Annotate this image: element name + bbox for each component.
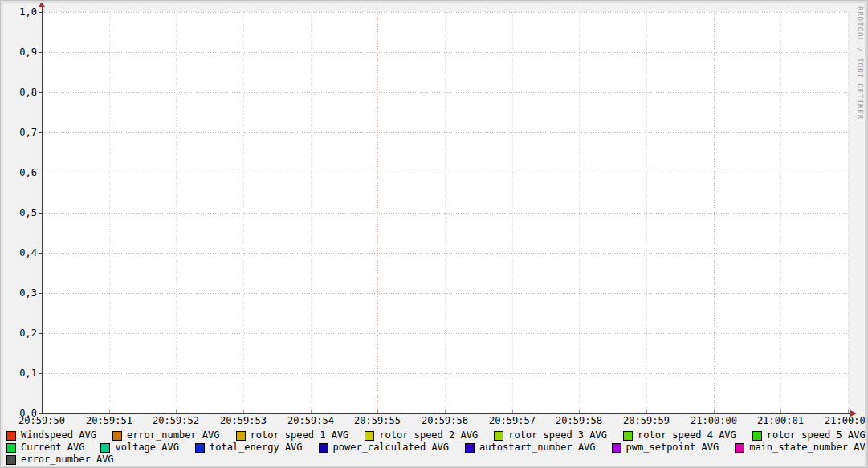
- x-tick-label: 20:59:52: [142, 416, 210, 425]
- y-tick: [39, 333, 42, 334]
- legend-item: rotor speed 4 AVG: [623, 430, 736, 441]
- legend-item: main_state_number AVG: [735, 442, 868, 453]
- legend-label: rotor speed 3 AVG: [508, 430, 607, 441]
- x-gridline: [579, 12, 580, 413]
- legend-label: rotor speed 4 AVG: [638, 430, 736, 441]
- legend-swatch: [6, 431, 16, 441]
- y-tick: [39, 213, 42, 214]
- x-tick-label: 21:00:01: [747, 416, 814, 425]
- x-gridline: [445, 12, 446, 413]
- legend-row: Windspeed AVGerror_number AVGrotor speed…: [6, 430, 868, 441]
- legend-item: rotor speed 3 AVG: [494, 430, 607, 441]
- y-tick-label: 0,4: [5, 248, 37, 258]
- legend-label: error_number AVG: [21, 454, 114, 465]
- legend-item: pwm_setpoint AVG: [612, 442, 719, 453]
- x-tick-label: 20:59:54: [277, 416, 344, 425]
- legend-label: voltage AVG: [115, 442, 178, 453]
- legend-label: error_number AVG: [127, 430, 220, 441]
- x-tick-label: 20:59:53: [210, 416, 277, 425]
- y-tick: [39, 173, 42, 173]
- legend-label: main_state_number AVG: [749, 442, 868, 453]
- legend-label: rotor speed 1 AVG: [251, 430, 349, 441]
- y-tick: [39, 373, 42, 374]
- legend-swatch: [319, 443, 328, 453]
- legend-row: error_number AVG: [6, 454, 130, 465]
- x-axis-line: [42, 413, 851, 414]
- y-tick: [39, 253, 42, 254]
- legend-label: Windspeed AVG: [21, 430, 96, 441]
- x-gridline: [311, 12, 312, 413]
- legend-label: total_energy AVG: [210, 442, 303, 453]
- legend-swatch: [6, 443, 16, 453]
- y-tick: [39, 132, 42, 133]
- legend-item: total_energy AVG: [195, 442, 303, 453]
- x-tick-label: 20:59:51: [75, 416, 143, 425]
- legend-swatch: [365, 431, 374, 441]
- x-gridline: [848, 12, 849, 413]
- legend-item: Current AVG: [6, 442, 84, 453]
- legend-swatch: [752, 431, 762, 441]
- y-tick: [39, 413, 42, 414]
- legend-item: error_number AVG: [6, 454, 114, 465]
- x-gridline: [109, 12, 110, 413]
- legend-swatch: [465, 443, 475, 453]
- x-tick-label: 20:59:56: [411, 416, 479, 425]
- x-tick-label: 20:59:57: [479, 416, 546, 425]
- legend-label: power_calculated AVG: [333, 442, 450, 453]
- y-tick: [39, 12, 42, 13]
- x-gridline: [646, 12, 647, 413]
- y-tick-label: 0,6: [5, 168, 37, 177]
- legend-item: rotor speed 1 AVG: [236, 430, 349, 441]
- y-tick-label: 0,5: [5, 208, 37, 218]
- legend-item: error_number AVG: [112, 430, 220, 441]
- y-tick-label: 0,3: [5, 288, 37, 298]
- legend-swatch: [623, 431, 633, 441]
- x-gridline: [377, 12, 378, 413]
- legend-label: rotor speed 2 AVG: [379, 430, 478, 441]
- y-tick-label: 0,9: [5, 47, 37, 57]
- legend-swatch: [494, 431, 503, 441]
- legend-item: voltage AVG: [100, 442, 178, 453]
- y-tick-label: 0,8: [5, 87, 37, 97]
- legend-swatch: [195, 443, 205, 453]
- x-gridline: [243, 12, 244, 413]
- legend-swatch: [735, 443, 744, 453]
- legend-item: rotor speed 2 AVG: [365, 430, 478, 441]
- watermark: RRDTOOL / TOBI OETIKER: [856, 6, 864, 120]
- legend-swatch: [112, 431, 122, 441]
- y-tick-label: 1,0: [5, 7, 37, 17]
- x-tick-label: 20:59:55: [344, 416, 411, 425]
- legend-swatch: [612, 443, 621, 453]
- x-gridline: [714, 12, 715, 413]
- legend-item: power_calculated AVG: [319, 442, 450, 453]
- y-axis-arrow-icon: [39, 1, 45, 7]
- legend-label: pwm_setpoint AVG: [626, 442, 719, 453]
- y-axis-line: [42, 6, 43, 414]
- y-tick-label: 0,1: [5, 368, 37, 378]
- y-tick: [39, 52, 42, 53]
- x-tick-label: 21:00:02: [814, 416, 868, 425]
- legend-swatch: [236, 431, 246, 441]
- x-gridline: [176, 12, 177, 413]
- x-gridline: [780, 12, 781, 413]
- legend-label: rotor speed 5 AVG: [767, 430, 866, 441]
- rrdtool-graph: 1,00,90,80,70,60,50,40,30,20,10,0 20:59:…: [0, 0, 868, 468]
- y-tick: [39, 293, 42, 294]
- x-tick-label: 21:00:00: [680, 416, 748, 425]
- y-tick-label: 0,2: [5, 328, 37, 338]
- x-tick-label: 20:59:58: [545, 416, 613, 425]
- x-tick-label: 20:59:50: [8, 416, 75, 425]
- legend-swatch: [100, 443, 110, 453]
- legend-item: Windspeed AVG: [6, 430, 96, 441]
- legend-swatch: [6, 455, 16, 465]
- y-tick-label: 0,7: [5, 128, 37, 137]
- legend-label: Current AVG: [21, 442, 84, 453]
- y-tick: [39, 92, 42, 93]
- plot-area: [42, 12, 848, 413]
- legend-label: autostart_number AVG: [479, 442, 596, 453]
- legend-item: rotor speed 5 AVG: [752, 430, 866, 441]
- x-gridline: [512, 12, 513, 413]
- legend-item: autostart_number AVG: [465, 442, 596, 453]
- legend-row: Current AVGvoltage AVGtotal_energy AVGpo…: [6, 442, 868, 453]
- x-tick-label: 20:59:59: [613, 416, 680, 425]
